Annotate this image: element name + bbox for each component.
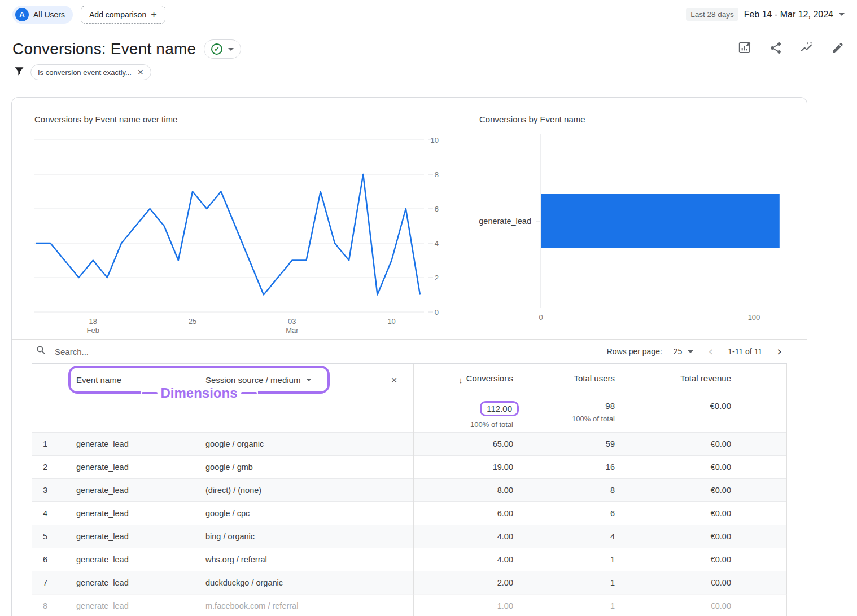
cell-event-name: generate_lead: [59, 509, 189, 518]
svg-text:18: 18: [89, 317, 97, 325]
cell-session-source-medium: google / cpc: [189, 509, 375, 518]
svg-text:0: 0: [539, 313, 543, 322]
conversions-total-highlight: 112.00: [480, 401, 519, 416]
close-icon[interactable]: ✕: [137, 68, 144, 77]
total-revenue-header-label: Total revenue: [680, 373, 731, 386]
svg-text:2: 2: [435, 274, 439, 282]
sort-descending-icon: ↓: [458, 375, 463, 385]
column-header-total-revenue[interactable]: Total revenue: [680, 373, 731, 386]
cell-session-source-medium: bing / organic: [189, 532, 375, 541]
cell-session-source-medium: (direct) / (none): [189, 486, 375, 495]
cell-conversions: 8.00: [497, 486, 513, 495]
table-row[interactable]: 4 generate_lead google / cpc 6.00 6 €0.0…: [32, 501, 787, 525]
svg-text:6: 6: [435, 205, 439, 213]
all-users-chip[interactable]: A All Users: [12, 6, 73, 24]
table-row[interactable]: 5 generate_lead bing / organic 4.00 4 €0…: [32, 525, 787, 548]
check-circle-icon: ✓: [211, 43, 222, 55]
column-divider: [413, 364, 414, 616]
cell-total-revenue: €0.00: [711, 555, 731, 564]
filter-chip[interactable]: Is conversion event exactly... ✕: [30, 64, 151, 80]
table-row[interactable]: 2 generate_lead google / gmb 19.00 16 €0…: [32, 455, 787, 478]
cell-total-users: 59: [606, 439, 615, 448]
rows-per-page-label: Rows per page:: [607, 347, 662, 356]
line-chart-panel: Conversions by Event name over time 0246…: [34, 115, 445, 339]
rows-per-page-value: 25: [674, 347, 683, 356]
row-index: 6: [32, 555, 59, 564]
report-card: Conversions by Event name over time 0246…: [11, 97, 807, 616]
svg-text:10: 10: [431, 136, 439, 144]
table-row[interactable]: 6 generate_lead whs.org / referral 4.00 …: [32, 548, 787, 571]
line-chart[interactable]: 024681018Feb2503Mar10: [34, 132, 440, 335]
cell-session-source-medium: whs.org / referral: [189, 555, 375, 564]
svg-text:100: 100: [748, 313, 760, 322]
add-comparison-label: Add comparison: [89, 10, 146, 19]
cell-event-name: generate_lead: [59, 578, 189, 587]
table-row[interactable]: 7 generate_lead duckduckgo / organic 2.0…: [32, 571, 787, 594]
add-comparison-button[interactable]: Add comparison +: [81, 6, 165, 24]
row-index: 4: [32, 509, 59, 518]
chevron-down-icon[interactable]: [839, 13, 845, 16]
svg-text:03: 03: [288, 317, 296, 325]
table-row[interactable]: 8 generate_lead m.facebook.com / referra…: [32, 594, 787, 616]
customize-report-icon[interactable]: [737, 41, 752, 58]
cell-conversions: 4.00: [497, 555, 513, 564]
date-range-picker[interactable]: Feb 14 - Mar 12, 2024: [744, 10, 833, 20]
filter-funnel-icon[interactable]: [14, 65, 25, 79]
cell-conversions: 65.00: [493, 439, 513, 448]
date-preset-badge: Last 28 days: [686, 8, 738, 21]
column-header-secondary-dimension[interactable]: Session source / medium: [189, 375, 375, 385]
all-users-label: All Users: [33, 10, 65, 19]
secondary-dimension-label: Session source / medium: [205, 375, 300, 385]
cell-total-revenue: €0.00: [711, 532, 731, 541]
column-header-total-users[interactable]: Total users: [574, 373, 615, 386]
cell-conversions: 2.00: [497, 578, 513, 587]
share-icon[interactable]: [769, 41, 782, 57]
cell-total-users: 8: [610, 486, 615, 495]
cell-session-source-medium: google / organic: [189, 439, 375, 448]
cell-total-revenue: €0.00: [711, 578, 731, 587]
avatar-letter: A: [19, 10, 24, 19]
chevron-down-icon: [306, 379, 312, 381]
conversions-header-label: Conversions: [466, 373, 513, 386]
cell-total-users: 4: [610, 532, 615, 541]
cell-conversions: 19.00: [493, 463, 513, 472]
bar-chart[interactable]: 0100generate_lead: [479, 132, 807, 327]
row-index: 5: [32, 532, 59, 541]
row-index: 2: [32, 463, 59, 472]
rows-per-page-select[interactable]: 25: [670, 347, 697, 356]
svg-text:generate_lead: generate_lead: [479, 217, 531, 226]
table-row[interactable]: 3 generate_lead (direct) / (none) 8.00 8…: [32, 478, 787, 501]
column-header-conversions[interactable]: ↓ Conversions: [458, 373, 513, 386]
table-rows: 1 generate_lead google / organic 65.00 5…: [32, 432, 787, 616]
table-row[interactable]: 1 generate_lead google / organic 65.00 5…: [32, 432, 787, 455]
column-header-event-name[interactable]: Event name: [59, 375, 189, 385]
previous-page-button[interactable]: ‹: [705, 345, 716, 358]
chevron-down-icon: [688, 350, 693, 353]
svg-text:10: 10: [387, 317, 395, 325]
row-index: 3: [32, 486, 59, 495]
cell-session-source-medium: duckduckgo / organic: [189, 578, 375, 587]
insights-icon[interactable]: [799, 41, 814, 58]
cell-session-source-medium: m.facebook.com / referral: [189, 601, 375, 610]
line-chart-title: Conversions by Event name over time: [34, 115, 445, 124]
totals-revenue: €0.00: [710, 401, 731, 411]
table-controls: Rows per page: 25 ‹ 1-11 of 11 ›: [12, 339, 807, 363]
cell-conversions: 6.00: [497, 509, 513, 518]
cell-event-name: generate_lead: [59, 555, 189, 564]
conversion-status-dropdown[interactable]: ✓: [204, 39, 241, 59]
plus-icon: +: [151, 10, 157, 20]
annotation-dash: [241, 392, 257, 394]
cell-event-name: generate_lead: [59, 486, 189, 495]
search-input[interactable]: [55, 347, 224, 357]
table-header-row: Event name Session source / medium ✕ ↓ C…: [32, 364, 787, 396]
cell-total-revenue: €0.00: [711, 463, 731, 472]
remove-dimension-button[interactable]: ✕: [375, 376, 413, 385]
cell-total-users: 1: [610, 555, 615, 564]
search-icon[interactable]: [36, 345, 47, 358]
next-page-button[interactable]: ›: [773, 345, 785, 358]
edit-icon[interactable]: [831, 41, 845, 57]
column-divider: [786, 364, 787, 616]
filter-chip-label: Is conversion event exactly...: [38, 68, 132, 77]
cell-total-users: 16: [606, 463, 615, 472]
svg-text:0: 0: [435, 308, 439, 316]
